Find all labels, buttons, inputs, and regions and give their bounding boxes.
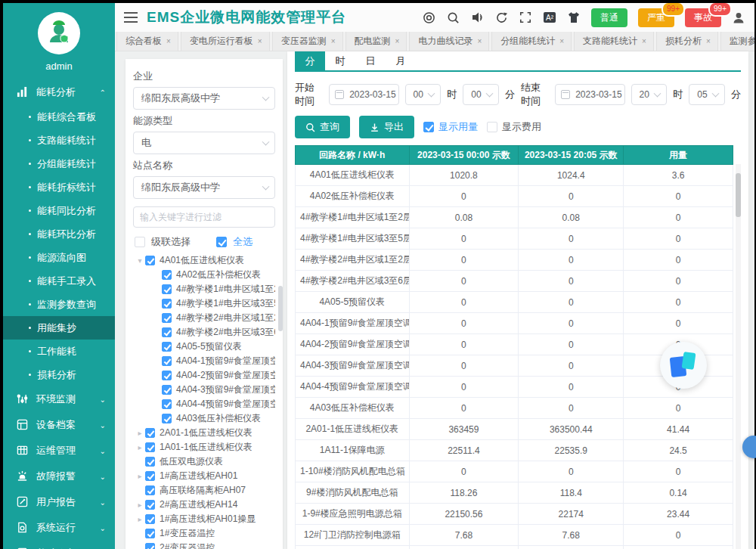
table-row[interactable]: 4#教学楼2#电井区域1至2层...000 <box>296 250 733 271</box>
sidebar-subitem[interactable]: 能耗手工录入 <box>3 269 115 293</box>
caret-icon[interactable]: ▸ <box>135 429 145 437</box>
export-button[interactable]: 导出 <box>359 116 414 138</box>
energy-type-select[interactable]: 电 <box>133 132 275 154</box>
sidebar-subitem[interactable]: 工作能耗 <box>3 340 115 363</box>
sidebar-subitem[interactable]: 损耗分析 <box>3 363 115 386</box>
close-icon[interactable]: × <box>258 37 262 45</box>
tab-监测参数查询[interactable]: 监测参数查询× <box>720 32 754 51</box>
station-select[interactable]: 绵阳东辰高级中学 <box>133 176 275 199</box>
tree-node-checkbox[interactable] <box>162 356 172 366</box>
show-cost-option[interactable]: 显示费用 <box>487 120 541 134</box>
caret-icon[interactable]: ▾ <box>135 256 145 265</box>
end-date-input[interactable]: 2023-03-15 <box>555 84 624 105</box>
close-icon[interactable]: × <box>166 37 171 45</box>
sidebar-subitem[interactable]: 能耗综合看板 <box>3 105 115 129</box>
select-all-checkbox[interactable] <box>216 237 227 247</box>
tab-电力曲线记录[interactable]: 电力曲线记录× <box>409 32 489 51</box>
tree-node[interactable]: ▸2A01-1低压进线柜仪表 <box>133 426 275 440</box>
tree-node-checkbox[interactable] <box>162 342 172 352</box>
tree-node[interactable]: 4#教学楼2#电井区域1至2层动力仪表 <box>133 311 275 325</box>
tree-filter-input[interactable] <box>133 206 275 228</box>
sidebar-subitem[interactable]: 能耗环比分析 <box>3 222 115 246</box>
table-row[interactable]: 3#楼消防水泵70.9871.040.06 <box>296 546 733 549</box>
tree-node[interactable]: 4A04-4预留9#食堂屋顶空调机组仪表 <box>133 397 275 411</box>
sidebar-subitem[interactable]: 分组能耗统计 <box>3 152 115 175</box>
table-row[interactable]: 1A11-1保障电源22511.422535.924.5 <box>296 440 733 461</box>
sidebar-subitem[interactable]: 能源流向图 <box>3 246 115 269</box>
start-date-input[interactable]: 2023-03-15 <box>329 84 398 105</box>
tree-node[interactable]: 2#变压器温控 <box>133 541 275 549</box>
table-row[interactable]: 12#门卫消防控制电源箱7.687.680 <box>296 525 733 546</box>
table-scrollbar[interactable] <box>736 164 741 549</box>
tree-scrollbar[interactable] <box>278 286 283 331</box>
tree-node-checkbox[interactable] <box>145 543 155 549</box>
close-icon[interactable]: × <box>559 37 564 45</box>
close-icon[interactable]: × <box>642 37 646 45</box>
tree-node[interactable]: 4A05-5预留仪表 <box>133 340 275 354</box>
tree-node[interactable]: 1#变压器温控 <box>133 526 275 541</box>
sidebar-item-0[interactable]: 能耗分析⌃ <box>3 79 115 105</box>
tree-node-checkbox[interactable] <box>145 457 155 467</box>
close-icon[interactable]: × <box>395 37 400 45</box>
tab-分组能耗统计[interactable]: 分组能耗统计× <box>491 32 572 51</box>
theme-shirt-icon[interactable] <box>567 11 581 24</box>
search-icon[interactable] <box>446 11 460 24</box>
tree-node-checkbox[interactable] <box>162 284 172 294</box>
table-row[interactable]: 2A01-1低压进线柜仪表363459363500.4441.44 <box>296 419 733 440</box>
tree-node-checkbox[interactable] <box>145 428 155 438</box>
sidebar-item-4[interactable]: 故障报警⌄ <box>3 464 115 489</box>
sidebar-item-2[interactable]: 设备档案⌄ <box>3 412 115 438</box>
table-row[interactable]: 4A01低压进线柜仪表1020.81024.43.6 <box>296 165 733 186</box>
sidebar-item-5[interactable]: 用户报告⌄ <box>3 489 115 515</box>
tab-配电监测[interactable]: 配电监测× <box>345 32 407 51</box>
tree-node[interactable]: ▸1#高压进线柜AH01 <box>133 469 275 483</box>
sidebar-item-3[interactable]: 运维管理⌄ <box>3 438 115 464</box>
caret-icon[interactable]: ▸ <box>135 472 145 480</box>
sidebar-item-1[interactable]: 环境监测⌄ <box>3 386 115 412</box>
tree-node-checkbox[interactable] <box>162 371 172 380</box>
table-row[interactable]: 4#教学楼2#电井区域3至6层...000 <box>296 271 733 292</box>
tree-node[interactable]: 4A04-3预留9#食堂屋顶空调机组仪表 <box>133 383 275 397</box>
tree-node-checkbox[interactable] <box>145 442 155 452</box>
table-row[interactable]: 9#楼消防风机配电总箱118.26118.40.14 <box>296 482 733 504</box>
tree-node-checkbox[interactable] <box>145 529 155 538</box>
start-hour-select[interactable]: 00 <box>405 84 442 105</box>
tree-node[interactable]: 4#教学楼2#电井区域3至6层动力仪表 <box>133 325 275 340</box>
tree-node-checkbox[interactable] <box>145 471 155 481</box>
end-minute-select[interactable]: 05 <box>689 84 725 105</box>
scrollbar-thumb[interactable] <box>736 173 741 217</box>
refresh-icon[interactable] <box>494 11 508 24</box>
tree-node-checkbox[interactable] <box>162 299 172 309</box>
period-tab-日[interactable]: 日 <box>355 51 386 70</box>
avatar[interactable] <box>38 12 80 54</box>
end-hour-select[interactable]: 20 <box>631 84 668 105</box>
period-tab-月[interactable]: 月 <box>386 51 416 70</box>
caret-icon[interactable]: ▸ <box>135 443 145 451</box>
speaker-icon[interactable] <box>470 11 484 24</box>
tree-node-checkbox[interactable] <box>162 327 172 337</box>
sidebar-item-7[interactable]: 基础信息⌄ <box>3 541 115 549</box>
show-usage-checkbox[interactable] <box>423 122 434 132</box>
tree-node[interactable]: 4A02低压补偿柜仪表 <box>133 268 275 282</box>
caret-icon[interactable]: ▸ <box>135 501 145 509</box>
start-minute-select[interactable]: 00 <box>463 84 499 105</box>
sidebar-subitem[interactable]: 支路能耗统计 <box>3 129 115 152</box>
target-icon[interactable] <box>422 11 435 24</box>
tree-node[interactable]: ▾4A01低压进线柜仪表 <box>133 253 275 268</box>
status-badge-severe[interactable]: 严重 99+ <box>638 8 674 27</box>
table-row[interactable]: 4#教学楼1#电井区域1至2层...0.080.080 <box>296 207 733 228</box>
tree-node[interactable]: 4#教学楼1#电井区域3至5层动力仪表 <box>133 296 275 311</box>
tree-node[interactable]: 4A04-1预留9#食堂屋顶空调机组仪表 <box>133 354 275 368</box>
tree-node-checkbox[interactable] <box>145 256 155 265</box>
show-usage-option[interactable]: 显示用量 <box>423 120 478 134</box>
fullscreen-icon[interactable] <box>519 11 532 24</box>
tree-node[interactable]: 4A03低压补偿柜仪表 <box>133 411 275 426</box>
tree-node-checkbox[interactable] <box>162 399 172 409</box>
sidebar-subitem[interactable]: 能耗折标统计 <box>3 175 115 199</box>
tab-综合看板[interactable]: 综合看板× <box>116 32 178 51</box>
period-tab-时[interactable]: 时 <box>325 51 355 70</box>
tree-node-checkbox[interactable] <box>162 313 172 323</box>
tree-node[interactable]: 4A04-2预留9#食堂屋顶空调机组仪表 <box>133 368 275 383</box>
tree-node[interactable]: ▸1#高压进线柜AH01操显 <box>133 512 275 526</box>
status-badge-normal[interactable]: 普通 <box>591 8 627 27</box>
